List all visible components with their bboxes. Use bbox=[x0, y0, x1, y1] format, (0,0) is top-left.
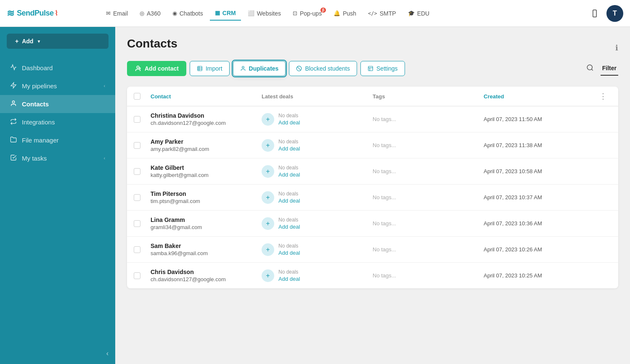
row-checkbox[interactable] bbox=[134, 272, 140, 279]
deals-cell: + No deals Add deal bbox=[262, 139, 373, 152]
header-actions[interactable]: ⋮ bbox=[595, 92, 611, 101]
row-checkbox-cell bbox=[134, 142, 151, 149]
contact-cell: Christina Davidson ch.davidsonn127@googl… bbox=[151, 112, 262, 126]
row-checkbox[interactable] bbox=[134, 116, 140, 123]
tags-cell: No tags... bbox=[373, 194, 484, 200]
svg-line-13 bbox=[297, 67, 301, 70]
contact-cell: Lina Gramm gramli34@gmail.com bbox=[151, 216, 262, 230]
contact-cell: Amy Parker amy.park82@gmail.com bbox=[151, 138, 262, 152]
add-deal-button[interactable]: + bbox=[262, 269, 274, 282]
created-cell: April 07, 2023 10:58 AM bbox=[484, 168, 595, 174]
page-header-row: Contacts ℹ bbox=[127, 37, 618, 59]
contacts-icon bbox=[10, 100, 17, 108]
deal-info: No deals Add deal bbox=[278, 269, 300, 282]
pipelines-chevron-icon: ‹ bbox=[104, 84, 105, 88]
row-checkbox[interactable] bbox=[134, 220, 140, 227]
add-deal-button[interactable]: + bbox=[262, 165, 274, 178]
add-deal-button[interactable]: + bbox=[262, 243, 274, 256]
nav-item-push[interactable]: 🔔 Push bbox=[328, 7, 361, 20]
select-all-checkbox[interactable] bbox=[134, 93, 140, 100]
add-deal-button[interactable]: + bbox=[262, 139, 274, 152]
row-checkbox[interactable] bbox=[134, 168, 140, 175]
nav-item-chatbots[interactable]: ◉ Chatbots bbox=[167, 7, 208, 20]
deals-cell: + No deals Add deal bbox=[262, 217, 373, 230]
filter-button[interactable]: Filter bbox=[601, 61, 618, 76]
integrations-icon bbox=[10, 118, 17, 126]
pipelines-icon bbox=[10, 82, 17, 90]
nav-item-smtp[interactable]: </> SMTP bbox=[363, 7, 401, 20]
a360-icon: ◎ bbox=[140, 10, 144, 16]
logo-icon: ≋ bbox=[7, 8, 14, 19]
nav-item-popups[interactable]: ⊡ Pop-ups β bbox=[288, 7, 327, 20]
settings-icon bbox=[368, 66, 373, 71]
add-contact-button[interactable]: Add contact bbox=[127, 61, 186, 76]
email-icon: ✉ bbox=[106, 10, 111, 16]
logo-wave: ⌇ bbox=[55, 9, 58, 17]
deals-cell: + No deals Add deal bbox=[262, 165, 373, 178]
header-created: Created bbox=[484, 93, 595, 100]
deal-info: No deals Add deal bbox=[278, 165, 300, 178]
sidebar-collapse: ‹ bbox=[0, 343, 115, 364]
chatbots-icon: ◉ bbox=[172, 10, 177, 16]
add-deal-button[interactable]: + bbox=[262, 217, 274, 230]
sidebar-item-integrations[interactable]: Integrations bbox=[0, 113, 115, 131]
info-icon[interactable]: ℹ bbox=[615, 43, 618, 53]
header-latest-deals: Latest deals bbox=[262, 93, 373, 100]
filemanager-icon bbox=[10, 136, 17, 144]
sidebar-item-mytasks[interactable]: My tasks ‹ bbox=[0, 149, 115, 167]
sidebar-item-dashboard[interactable]: Dashboard bbox=[0, 59, 115, 77]
nav-item-crm[interactable]: ▦ CRM bbox=[210, 6, 241, 21]
svg-point-4 bbox=[137, 66, 139, 68]
nav-right: T bbox=[588, 5, 623, 22]
sidebar: + Add ▼ Dashboard My pipelines bbox=[0, 27, 115, 364]
tags-cell: No tags... bbox=[373, 220, 484, 227]
add-deal-button[interactable]: + bbox=[262, 191, 274, 204]
sidebar-nav: Dashboard My pipelines ‹ Cont bbox=[0, 55, 115, 343]
row-checkbox-cell bbox=[134, 194, 151, 201]
add-contact-icon bbox=[135, 65, 141, 72]
sidebar-item-pipelines[interactable]: My pipelines ‹ bbox=[0, 77, 115, 95]
mytasks-icon bbox=[10, 154, 17, 162]
blocked-students-button[interactable]: Blocked students bbox=[289, 61, 357, 76]
table-row: Chris Davidson ch.davidsonn127@google.co… bbox=[127, 263, 618, 288]
nav-item-a360[interactable]: ◎ A360 bbox=[135, 7, 166, 20]
created-cell: April 07, 2023 11:38 AM bbox=[484, 142, 595, 148]
settings-button[interactable]: Settings bbox=[360, 61, 405, 76]
svg-line-18 bbox=[591, 69, 593, 70]
beta-badge: β bbox=[320, 8, 326, 13]
popups-icon: ⊡ bbox=[293, 10, 297, 16]
sidebar-item-filemanager[interactable]: File manager bbox=[0, 131, 115, 149]
deals-cell: + No deals Add deal bbox=[262, 113, 373, 126]
header-tags: Tags bbox=[373, 93, 484, 100]
search-button[interactable] bbox=[583, 61, 597, 76]
created-cell: April 07, 2023 10:37 AM bbox=[484, 194, 595, 200]
collapse-sidebar-button[interactable]: ‹ bbox=[103, 348, 112, 359]
sidebar-item-contacts[interactable]: Contacts bbox=[0, 95, 115, 113]
row-checkbox[interactable] bbox=[134, 194, 140, 201]
add-icon: + bbox=[15, 38, 19, 45]
row-checkbox-cell bbox=[134, 116, 151, 123]
nav-item-email[interactable]: ✉ Email bbox=[101, 7, 133, 20]
row-checkbox-cell bbox=[134, 272, 151, 279]
table-row: Lina Gramm gramli34@gmail.com + No deals… bbox=[127, 211, 618, 237]
header-contact: Contact bbox=[151, 93, 262, 100]
logo[interactable]: ≋ SendPulse ⌇ bbox=[7, 8, 91, 19]
add-deal-button[interactable]: + bbox=[262, 113, 274, 126]
nav-item-websites[interactable]: ⬜ Websites bbox=[243, 7, 286, 20]
deals-cell: + No deals Add deal bbox=[262, 191, 373, 204]
row-checkbox[interactable] bbox=[134, 246, 140, 253]
user-avatar[interactable]: T bbox=[606, 5, 623, 22]
import-button[interactable]: Import bbox=[190, 61, 230, 76]
mobile-icon-button[interactable] bbox=[588, 7, 601, 20]
duplicates-button[interactable]: Duplicates bbox=[233, 61, 286, 76]
contact-cell: Sam Baker samba.k96@gmail.com bbox=[151, 243, 262, 256]
contact-cell: Tim Piterson tim.ptsn@gmail.com bbox=[151, 190, 262, 204]
nav-item-edu[interactable]: 🎓 EDU bbox=[403, 7, 435, 20]
row-checkbox[interactable] bbox=[134, 142, 140, 149]
deal-info: No deals Add deal bbox=[278, 217, 300, 230]
svg-point-11 bbox=[242, 66, 244, 69]
search-icon bbox=[586, 64, 594, 71]
main-nav: ✉ Email ◎ A360 ◉ Chatbots ▦ CRM ⬜ Websit… bbox=[101, 6, 578, 21]
add-button[interactable]: + Add ▼ bbox=[7, 34, 109, 49]
tags-cell: No tags... bbox=[373, 168, 484, 174]
